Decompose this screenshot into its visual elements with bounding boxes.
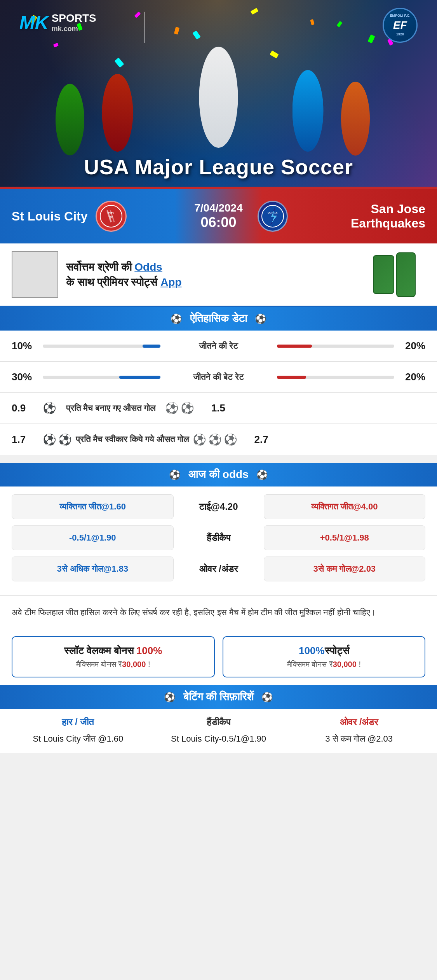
mk-letters: MK — [19, 12, 49, 33]
app-banner-text: सर्वोत्तम श्रेणी की Odds के साथ प्रीमियर… — [66, 259, 355, 290]
odds-over-under-label: ओवर /अंडर — [180, 564, 258, 574]
win-rate-bar-fill-red — [277, 345, 312, 348]
bet-rate-row: 30% जीतने की बेट रेट 20% — [0, 362, 437, 393]
odds-tie-label: टाई@4.20 — [180, 501, 258, 512]
bonus-sports-title: 100%स्पोर्ट्स — [231, 645, 417, 657]
bonus-sports-subtitle: मैक्सिमम बोनस ₹30,000 ! — [231, 660, 417, 669]
bonus-slots-subtitle: मैक्सिमम बोनस ₹30,000 ! — [20, 660, 206, 669]
app-text-odds: Odds — [134, 261, 162, 273]
bonus-slots-amount: 30,000 — [122, 660, 146, 668]
soccer-ball-icon-right: ⚽ — [255, 313, 266, 324]
win-rate-right: 20% — [394, 340, 425, 352]
ball-icon-c1: ⚽ — [43, 433, 56, 446]
win-rate-bar-fill-blue — [143, 345, 160, 348]
ball-icon-rc1: ⚽ — [193, 433, 206, 446]
bet-rate-label: जीतने की बेट रेट — [168, 372, 269, 382]
odds-over-btn[interactable]: 3से अधिक गोल@1.83 — [12, 556, 174, 581]
avg-goals-scored-label: प्रति मैच बनाए गए औसत गोल — [60, 403, 161, 413]
avg-goals-scored-right: 1.5 — [194, 402, 225, 414]
analysis-text-content: अवे टीम फिलहाल जीत हासिल करने के लिए संघ… — [12, 607, 376, 617]
bet-rate-left: 30% — [12, 371, 43, 383]
odds-under-btn[interactable]: 3से कम गोल@2.03 — [264, 556, 426, 581]
betting-recs-section: हार / जीत St Louis City जीत @1.60 हैंडीक… — [0, 709, 437, 753]
sports-text-block: SPORTS mk.com — [52, 12, 96, 33]
away-team-section: QUAKES San Jose Earthquakes — [258, 201, 426, 232]
app-phones — [363, 251, 425, 298]
betting-recs-header: ⚽ बेटिंग की सिफ़ारिशें ⚽ — [0, 685, 437, 709]
away-team-name: San Jose Earthquakes — [296, 202, 425, 231]
app-banner[interactable]: सर्वोत्तम श्रेणी की Odds के साथ प्रीमियर… — [0, 243, 437, 307]
mk-sports-logo: MK SPORTS mk.com — [19, 12, 96, 33]
home-team-logo: CITY SC — [96, 201, 127, 232]
bonus-slots-percent: 100% — [136, 645, 162, 656]
app-text-line1: सर्वोत्तम श्रेणी की Odds — [66, 261, 162, 273]
avg-goals-conceded-right: 2.7 — [237, 434, 268, 446]
odds-row-3[interactable]: 3से अधिक गोल@1.83 ओवर /अंडर 3से कम गोल@2… — [12, 556, 425, 581]
home-team-section: St Louis City CITY SC — [12, 201, 180, 232]
rec-col-1: हार / जीत St Louis City जीत @1.60 — [12, 717, 145, 745]
bonus-section[interactable]: स्लॉट वेलकम बोनस 100% मैक्सिमम बोनस ₹30,… — [0, 628, 437, 685]
ball-icon-rc2: ⚽ — [208, 433, 222, 446]
bonus-card-sports[interactable]: 100%स्पोर्ट्स मैक्सिमम बोनस ₹30,000 ! — [223, 636, 426, 677]
match-date: 7/04/2024 — [180, 202, 258, 214]
home-team-name: St Louis City — [12, 209, 88, 224]
odds-handicap-away-btn[interactable]: +0.5/1@1.98 — [264, 525, 426, 550]
sports-label: SPORTS — [52, 12, 96, 25]
odds-row-2[interactable]: -0.5/1@1.90 हैंडीकैप +0.5/1@1.98 — [12, 525, 425, 550]
sj-logo-svg: QUAKES — [261, 205, 284, 228]
rec-header-2: हैंडीकैप — [152, 717, 285, 728]
odds-row-1[interactable]: व्यक्तिगत जीत@1.60 टाई@4.20 व्यक्तिगत जी… — [12, 494, 425, 519]
bonus-card-slots[interactable]: स्लॉट वेलकम बोनस 100% मैक्सिमम बोनस ₹30,… — [12, 636, 215, 677]
avg-goals-scored-left: 0.9 — [12, 402, 43, 414]
historical-section-header: ⚽ ऐतिहासिक डेटा ⚽ — [0, 307, 437, 331]
avg-goals-conceded-left: 1.7 — [12, 434, 43, 446]
ball-icon-1: ⚽ — [43, 402, 56, 415]
recs-ball-left: ⚽ — [164, 692, 176, 703]
bonus-sports-percent: 100% — [299, 645, 325, 656]
phone-mockup-2 — [396, 252, 416, 297]
ball-icon-rc3: ⚽ — [224, 433, 237, 446]
odds-soccer-ball-right: ⚽ — [256, 469, 268, 480]
odds-section-title: आज की odds — [188, 468, 248, 481]
win-rate-left: 10% — [12, 340, 43, 352]
rec-col-3: ओवर /अंडर 3 से कम गोल @2.03 — [292, 717, 425, 745]
phone-mockup-1 — [373, 255, 394, 294]
avg-goals-scored-row: 0.9 ⚽ प्रति मैच बनाए गए औसत गोल ⚽ ⚽ 1.5 — [0, 393, 437, 424]
bet-rate-bar-left — [43, 376, 160, 379]
recs-ball-right: ⚽ — [261, 692, 273, 703]
win-rate-row: 10% जीतने की रेट 20% — [0, 331, 437, 362]
away-team-logo: QUAKES — [258, 201, 288, 232]
historical-data-section: 10% जीतने की रेट 20% 30% जीतने की बेट रे… — [0, 331, 437, 455]
bet-rate-bar-right — [277, 376, 395, 379]
bet-rate-bar-fill-blue — [119, 376, 160, 379]
goals-scored-icons-left: ⚽ — [43, 402, 56, 415]
odds-handicap-label: हैंडीकैप — [180, 532, 258, 543]
avg-goals-conceded-label: प्रति मैच स्वीकार किये गये औसत गोल — [76, 434, 189, 444]
odds-soccer-ball-left: ⚽ — [169, 469, 181, 480]
odds-home-win-btn[interactable]: व्यक्तिगत जीत@1.60 — [12, 494, 174, 519]
bet-rate-bar-fill-red — [277, 376, 306, 379]
odds-away-win-btn[interactable]: व्यक्तिगत जीत@4.00 — [264, 494, 426, 519]
bonus-slots-title: स्लॉट वेलकम बोनस 100% — [20, 645, 206, 657]
bet-rate-right: 20% — [394, 371, 425, 383]
hero-title: USA Major League Soccer — [0, 155, 437, 179]
win-rate-bar-right — [277, 345, 395, 348]
rec-value-3: 3 से कम गोल @2.03 — [292, 732, 425, 745]
avg-goals-conceded-row: 1.7 ⚽ ⚽ प्रति मैच स्वीकार किये गये औसत ग… — [0, 424, 437, 455]
ball-icon-red-1: ⚽ — [165, 402, 179, 415]
goals-conceded-icons-right: ⚽ ⚽ ⚽ — [193, 433, 237, 446]
match-center-info: 7/04/2024 06:00 — [180, 202, 258, 231]
rec-value-2: St Louis City-0.5/1@1.90 — [152, 732, 285, 745]
odds-handicap-home-btn[interactable]: -0.5/1@1.90 — [12, 525, 174, 550]
app-text-app: App — [160, 276, 181, 288]
rec-value-1: St Louis City जीत @1.60 — [12, 732, 145, 745]
stl-logo-svg: CITY SC — [99, 205, 123, 228]
rec-col-2: हैंडीकैप St Louis City-0.5/1@1.90 — [152, 717, 285, 745]
goals-conceded-icons-left: ⚽ ⚽ — [43, 433, 72, 446]
hero-banner: MK SPORTS mk.com EMPOLI F.C. EF 1920 USA… — [0, 0, 437, 187]
historical-section-title: ऐतिहासिक डेटा — [190, 312, 247, 325]
win-rate-label: जीतने की रेट — [168, 341, 269, 351]
odds-section: व्यक्तिगत जीत@1.60 टाई@4.20 व्यक्तिगत जी… — [0, 486, 437, 595]
app-text-line2: के साथ प्रीमियर स्पोर्ट्स App — [66, 276, 182, 288]
rec-header-3: ओवर /अंडर — [292, 717, 425, 728]
